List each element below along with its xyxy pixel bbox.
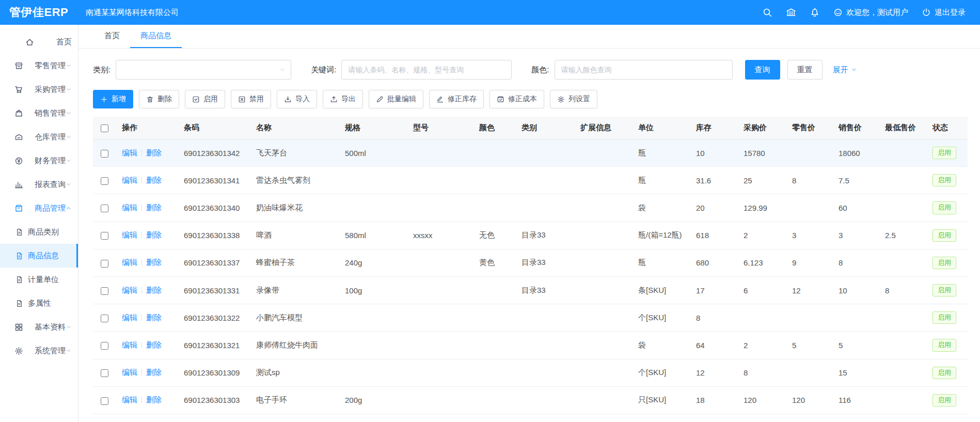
logout-button[interactable]: 退出登录	[922, 8, 966, 18]
basic-icon	[8, 323, 30, 332]
row-checkbox[interactable]	[101, 177, 108, 185]
toolbar: 新增删除启用禁用导入导出批量编辑修正库存修正成本列设置	[93, 90, 966, 108]
delete-link[interactable]: 删除	[146, 148, 162, 157]
delete-link[interactable]: 删除	[146, 203, 162, 212]
cell-stock: 18	[690, 386, 737, 414]
edit-link[interactable]: 编辑	[122, 395, 137, 404]
cell-category	[515, 359, 574, 386]
keyword-input[interactable]	[341, 60, 512, 80]
delete-link[interactable]: 删除	[146, 340, 162, 349]
sidebar-item-home[interactable]: 首页	[0, 30, 78, 54]
delete-link[interactable]: 删除	[146, 176, 162, 184]
delete-link[interactable]: 删除	[146, 230, 162, 239]
cell-model	[407, 194, 473, 222]
row-checkbox[interactable]	[101, 287, 108, 295]
sidebar-item-basic[interactable]: 基本资料	[0, 315, 78, 339]
cell-name: 电子手环	[250, 386, 339, 414]
edit-link[interactable]: 编辑	[122, 203, 137, 212]
cell-status: 启用	[926, 194, 968, 222]
reset-button[interactable]: 重置	[787, 60, 823, 80]
cell-spec: 200g	[339, 386, 407, 414]
color-input[interactable]	[555, 60, 733, 80]
sidebar-item-goods[interactable]: 商品管理	[0, 196, 78, 220]
cell-status: 启用	[926, 359, 968, 386]
batch-edit-button[interactable]: 批量编辑	[369, 90, 423, 108]
sidebar-subitem-label: 商品类别	[28, 227, 59, 237]
edit-link[interactable]: 编辑	[122, 368, 137, 377]
sidebar-subitem-multi-attr[interactable]: 多属性	[0, 291, 78, 315]
sidebar-item-report[interactable]: 报表查询	[0, 173, 78, 196]
cell-ext	[574, 139, 632, 167]
tab-home[interactable]: 首页	[94, 25, 130, 48]
row-checkbox[interactable]	[101, 397, 108, 405]
delete-button[interactable]: 删除	[139, 90, 179, 108]
column-header: 状态	[926, 117, 968, 139]
expand-link[interactable]: 展开	[833, 65, 857, 75]
sidebar-item-system[interactable]: 系统管理	[0, 339, 78, 363]
keyword-label: 关键词:	[311, 65, 336, 75]
add-button[interactable]: 新增	[93, 90, 133, 108]
row-checkbox[interactable]	[101, 260, 108, 268]
import-button[interactable]: 导入	[277, 90, 317, 108]
cell-name: 小鹏汽车模型	[250, 304, 339, 332]
fix-stock-button[interactable]: 修正库存	[429, 90, 484, 108]
delete-link[interactable]: 删除	[146, 313, 162, 322]
cell-stock: 20	[690, 194, 737, 222]
search-icon[interactable]	[762, 7, 772, 18]
divider	[141, 259, 142, 265]
fix-cost-button[interactable]: 修正成本	[489, 90, 544, 108]
cell-min	[879, 139, 926, 167]
edit-link[interactable]: 编辑	[122, 148, 137, 157]
row-checkbox[interactable]	[101, 369, 108, 377]
row-checkbox[interactable]	[101, 205, 108, 212]
cell-retail	[786, 359, 832, 386]
button-label: 批量编辑	[387, 95, 416, 104]
welcome-user[interactable]: 欢迎您，测试用户	[833, 8, 908, 18]
edit-link[interactable]: 编辑	[122, 286, 137, 294]
tab-goods-info[interactable]: 商品信息	[130, 25, 182, 48]
sidebar-subitem-goods-category[interactable]: 商品类别	[0, 220, 78, 244]
cell-color	[473, 139, 515, 167]
edit-link[interactable]: 编辑	[122, 230, 137, 239]
sidebar-item-purchase[interactable]: 采购管理	[0, 77, 78, 101]
sales-icon	[8, 109, 30, 118]
sidebar-subitem-measure-unit[interactable]: 计量单位	[0, 268, 78, 291]
delete-link[interactable]: 删除	[146, 258, 162, 267]
cell-sale: 10	[832, 276, 879, 304]
sidebar-item-warehouse[interactable]: 仓库管理	[0, 125, 78, 149]
cell-stock: 10	[690, 139, 737, 167]
row-checkbox[interactable]	[101, 315, 108, 322]
export-button[interactable]: 导出	[323, 90, 363, 108]
chevron-down-icon	[66, 181, 72, 187]
row-checkbox[interactable]	[101, 342, 108, 350]
delete-link[interactable]: 删除	[146, 395, 162, 404]
edit-link[interactable]: 编辑	[122, 340, 137, 349]
sidebar-item-finance[interactable]: 财务管理	[0, 149, 78, 173]
cell-min	[879, 167, 926, 194]
disable-button[interactable]: 禁用	[231, 90, 271, 108]
row-checkbox[interactable]	[101, 150, 108, 158]
row-checkbox[interactable]	[101, 232, 108, 240]
sidebar-item-retail[interactable]: 零售管理	[0, 54, 78, 77]
cell-ext	[574, 386, 632, 414]
edit-link[interactable]: 编辑	[122, 176, 137, 184]
goods-icon	[8, 204, 30, 213]
edit-link[interactable]: 编辑	[122, 313, 137, 322]
cell-model	[407, 304, 473, 332]
select-all-checkbox[interactable]	[101, 124, 108, 132]
delete-link[interactable]: 删除	[146, 286, 162, 294]
cell-model	[407, 276, 473, 304]
delete-link[interactable]: 删除	[146, 368, 162, 377]
category-select[interactable]	[116, 60, 291, 80]
sidebar-subitem-label: 商品信息	[28, 251, 59, 261]
edit-link[interactable]: 编辑	[122, 258, 137, 267]
bell-icon[interactable]	[810, 7, 820, 18]
column-settings-button[interactable]: 列设置	[550, 90, 597, 108]
enable-button[interactable]: 启用	[185, 90, 225, 108]
report-icon	[8, 180, 30, 189]
cell-name: 测试sp	[250, 359, 339, 386]
bank-icon[interactable]	[786, 7, 796, 18]
sidebar-subitem-goods-info[interactable]: 商品信息	[0, 244, 78, 268]
search-button[interactable]: 查询	[745, 60, 780, 80]
sidebar-item-sales[interactable]: 销售管理	[0, 101, 78, 125]
